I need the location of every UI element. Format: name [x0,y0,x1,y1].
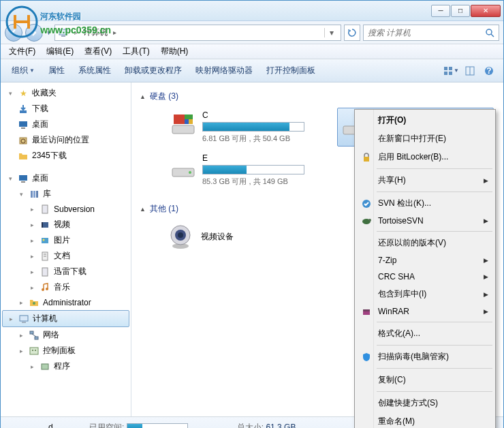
expand-icon[interactable]: ▸ [28,253,36,260]
preview-pane-button[interactable] [461,63,479,79]
expand-icon[interactable]: ▸ [17,332,25,339]
search-icon[interactable] [485,28,494,37]
desktop-icon [17,173,29,184]
cm-addtolib[interactable]: 包含到库中(I)▶ [356,285,494,303]
chevron-right-icon[interactable]: ▸ [110,29,119,36]
sidebar-controlpanel[interactable]: ▸控制面板 [1,343,131,358]
cm-restore[interactable]: 还原以前的版本(V) [356,234,494,252]
video-icon [39,219,51,230]
back-button[interactable] [5,24,22,42]
properties-button[interactable]: 属性 [43,62,70,79]
sidebar-library[interactable]: ▾库 [1,186,131,202]
pane-icon [464,65,475,76]
expand-icon[interactable]: ▸ [28,237,36,244]
control-panel-button[interactable]: 打开控制面板 [261,62,321,79]
svg-rect-48 [189,119,193,124]
expand-icon[interactable]: ▸ [7,316,15,322]
svg-rect-19 [21,181,25,183]
sidebar-programs[interactable]: ▸程序 [1,358,131,374]
cm-tortoise[interactable]: TortoiseSVN▶ [356,213,494,229]
sidebar-favorites[interactable]: ▾★收藏夹 [1,85,131,101]
minimize-button[interactable]: ─ [431,5,450,17]
svg-rect-13 [20,110,27,113]
sidebar-recent[interactable]: 最近访问的位置 [1,132,131,148]
expand-icon[interactable]: ▸ [28,363,36,370]
cm-7zip[interactable]: 7-Zip▶ [356,252,494,269]
arrow-left-icon [10,29,18,37]
cm-rename[interactable]: 重命名(M) [356,412,494,428]
sidebar-subversion[interactable]: ▸Subversion [1,202,131,217]
menu-tools[interactable]: 工具(T) [117,44,155,59]
sidebar-documents[interactable]: ▸文档 [1,248,131,264]
expand-icon[interactable]: ▸ [17,348,25,354]
expand-icon[interactable]: ▸ [28,221,36,228]
cm-copy[interactable]: 复制(C) [356,371,494,389]
cm-crc[interactable]: CRC SHA▶ [356,269,494,285]
sidebar-network[interactable]: ▸网络 [1,327,131,343]
expand-icon[interactable]: ▸ [28,206,36,213]
expand-icon[interactable]: ▸ [28,284,36,291]
svg-point-33 [46,288,48,290]
system-properties-button[interactable]: 系统属性 [73,62,116,79]
cm-new-window[interactable]: 在新窗口中打开(E) [356,129,494,148]
cm-scan[interactable]: 扫描病毒(电脑管家) [356,348,494,366]
menu-view[interactable]: 查看(V) [79,44,117,59]
address-dropdown[interactable]: ▾ [324,28,338,37]
maximize-button[interactable]: □ [451,5,470,17]
forward-button[interactable] [25,24,43,42]
sidebar-2345[interactable]: 2345下载 [1,148,131,164]
breadcrumb-computer[interactable]: 计算机 [83,27,108,38]
cm-share[interactable]: 共享(H)▶ [356,171,494,189]
cm-bitlocker[interactable]: 启用 BitLocker(B)... [356,148,494,166]
sidebar-admin[interactable]: ▸Administrator [1,295,131,310]
sidebar-desktop-fav[interactable]: 桌面 [1,117,131,132]
cm-svn-checkout[interactable]: SVN 检出(K)... [356,194,494,213]
refresh-button[interactable] [344,25,360,41]
expand-icon[interactable]: ▸ [17,299,25,306]
svg-rect-23 [42,205,48,213]
collapse-icon[interactable]: ▾ [17,191,25,198]
sidebar-xunlei[interactable]: ▸迅雷下载 [1,264,131,279]
cm-winrar[interactable]: WinRAR▶ [356,303,494,320]
uninstall-button[interactable]: 卸载或更改程序 [119,62,187,79]
view-mode-button[interactable]: ▼ [442,63,460,79]
close-button[interactable]: ✕ [471,5,501,17]
search-box[interactable] [363,25,499,41]
titlebar[interactable]: ─ □ ✕ [1,1,503,21]
collapse-icon[interactable]: ▾ [6,175,14,182]
sidebar-desktop-root[interactable]: ▾桌面 [1,170,131,186]
chevron-right-icon: ▶ [484,291,488,298]
cm-open[interactable]: 打开(O) [356,111,494,129]
svg-rect-59 [364,157,369,162]
svg-rect-5 [444,67,447,70]
svg-rect-36 [22,322,26,323]
chevron-right-icon[interactable]: ▸ [72,29,80,36]
sidebar-pictures[interactable]: ▸图片 [1,232,131,248]
expand-icon[interactable]: ▸ [28,269,36,275]
nav-history-dropdown[interactable]: ▼ [46,29,52,36]
svg-point-56 [178,232,183,238]
search-input[interactable] [368,28,485,37]
sidebar-videos[interactable]: ▸视频 [1,217,131,232]
cm-shortcut[interactable]: 创建快捷方式(S) [356,394,494,412]
sidebar-computer[interactable]: ▸计算机 [2,310,129,327]
sidebar-downloads[interactable]: 下载 [1,101,131,117]
sidebar-music[interactable]: ▸音乐 [1,279,131,295]
document-icon [39,251,51,262]
menu-help[interactable]: 帮助(H) [155,44,194,59]
winrar-icon [360,305,373,318]
svg-rect-26 [42,238,48,243]
organize-button[interactable]: 组织▼ [6,62,40,79]
drive-e[interactable]: E 85.3 GB 可用 , 共 149 GB [167,151,324,189]
help-button[interactable]: ? [480,63,498,79]
menu-file[interactable]: 文件(F) [3,44,41,59]
drive-c[interactable]: C 6.81 GB 可用 , 共 50.4 GB [167,108,324,147]
section-hdd[interactable]: ▲硬盘 (3) [140,88,495,105]
programs-icon [39,361,51,372]
cm-format[interactable]: 格式化(A)... [356,324,494,343]
collapse-icon[interactable]: ▾ [6,90,14,97]
menu-edit[interactable]: 编辑(E) [41,44,79,59]
drive-icon [170,153,197,181]
address-bar[interactable]: ▸ 计算机 ▸ ▾ [54,25,341,41]
map-drive-button[interactable]: 映射网络驱动器 [190,62,258,79]
